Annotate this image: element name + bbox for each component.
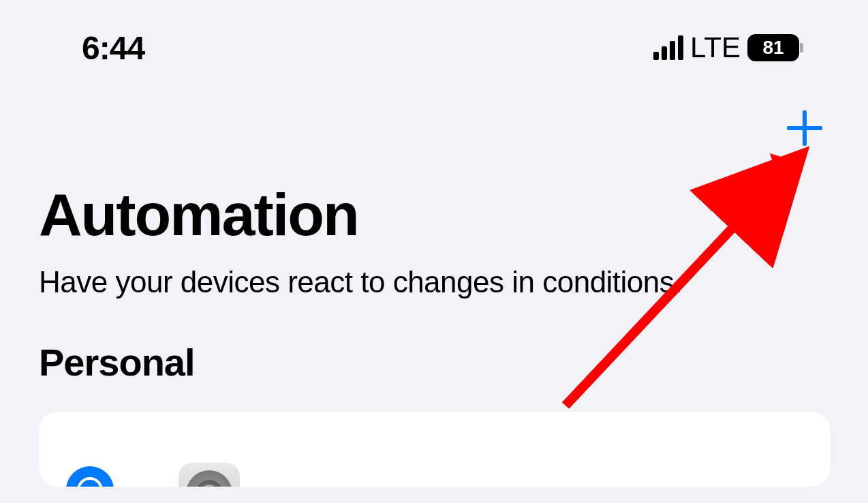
network-type-label: LTE xyxy=(690,31,741,64)
personal-section-header: Personal xyxy=(39,340,831,384)
status-bar: 6:44 LTE 81 xyxy=(0,0,868,68)
page-title: Automation xyxy=(39,185,831,245)
nav-bar xyxy=(0,68,868,147)
status-time: 6:44 xyxy=(82,29,144,67)
page-subtitle: Have your devices react to changes in co… xyxy=(39,265,831,299)
battery-indicator: 81 xyxy=(747,34,803,61)
add-automation-button[interactable] xyxy=(786,109,824,147)
main-content: Automation Have your devices react to ch… xyxy=(0,147,868,487)
settings-app-icon xyxy=(179,463,240,487)
plus-icon xyxy=(787,110,822,146)
automation-card[interactable] xyxy=(39,412,831,487)
battery-level: 81 xyxy=(762,37,784,59)
clock-app-icon xyxy=(66,466,114,487)
cellular-signal-icon xyxy=(653,35,683,60)
status-indicators: LTE 81 xyxy=(653,31,803,64)
